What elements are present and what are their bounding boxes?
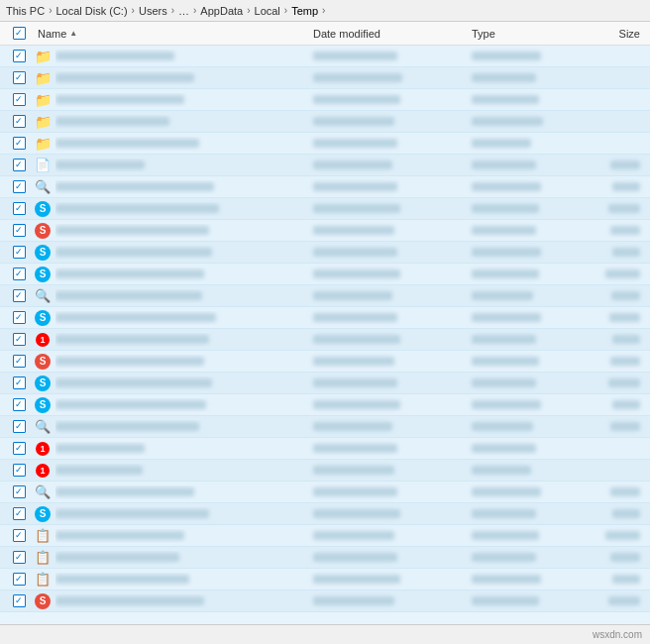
table-row[interactable]: 📁 xyxy=(0,89,650,111)
header-size[interactable]: Size xyxy=(577,28,646,40)
breadcrumb-sep-5: › xyxy=(247,5,250,16)
row-type xyxy=(468,247,577,259)
row-size xyxy=(577,552,646,564)
table-row[interactable]: 🔍 xyxy=(0,416,650,438)
row-checkbox[interactable] xyxy=(4,507,34,520)
table-row[interactable]: 🔍 xyxy=(0,176,650,198)
row-type xyxy=(468,116,577,128)
table-row[interactable]: 📋 xyxy=(0,547,650,569)
row-size xyxy=(577,356,646,368)
row-name xyxy=(55,289,309,303)
row-type xyxy=(468,595,577,607)
row-size xyxy=(577,508,646,520)
header-type[interactable]: Type xyxy=(468,28,577,40)
document-icon: 📋 xyxy=(34,549,52,567)
table-row[interactable]: S xyxy=(0,373,650,394)
row-checkbox[interactable] xyxy=(4,398,34,411)
row-type xyxy=(468,486,577,498)
table-row[interactable]: 🔍 xyxy=(0,285,650,307)
row-checkbox[interactable] xyxy=(4,464,34,477)
red-circle-icon: 1 xyxy=(34,462,52,480)
skype-red-icon: S xyxy=(34,353,52,371)
red-circle-icon: 1 xyxy=(34,440,52,458)
table-row[interactable]: S xyxy=(0,264,650,285)
header-date[interactable]: Date modified xyxy=(309,28,468,40)
row-checkbox[interactable] xyxy=(4,442,34,455)
row-checkbox[interactable] xyxy=(4,180,34,193)
header-checkbox[interactable] xyxy=(4,27,34,40)
table-row[interactable]: 📋 xyxy=(0,525,650,547)
row-checkbox[interactable] xyxy=(4,355,34,368)
table-row[interactable]: S xyxy=(0,351,650,373)
table-row[interactable]: 📁 xyxy=(0,67,650,89)
table-row[interactable]: 🔍 xyxy=(0,482,650,503)
document-icon: 📋 xyxy=(34,527,52,545)
row-name xyxy=(55,115,309,129)
header-name[interactable]: Name ▲ xyxy=(34,28,309,40)
file-list-header: Name ▲ Date modified Type Size xyxy=(0,22,650,46)
row-checkbox[interactable] xyxy=(4,333,34,346)
table-row[interactable]: 📋 xyxy=(0,569,650,590)
breadcrumb-sep-2: › xyxy=(132,5,135,16)
breadcrumb[interactable]: This PC › Local Disk (C:) › Users › … › … xyxy=(0,0,650,22)
row-type xyxy=(468,94,577,106)
row-checkbox[interactable] xyxy=(4,246,34,259)
row-checkbox[interactable] xyxy=(4,71,34,84)
search-file-icon: 🔍 xyxy=(34,483,52,501)
row-date xyxy=(309,247,468,259)
row-checkbox[interactable] xyxy=(4,485,34,498)
table-row[interactable]: S xyxy=(0,242,650,264)
table-row[interactable]: 📁 xyxy=(0,111,650,133)
row-checkbox[interactable] xyxy=(4,420,34,433)
row-size xyxy=(577,268,646,280)
row-checkbox[interactable] xyxy=(4,50,34,62)
breadcrumb-sep-7: › xyxy=(322,5,325,16)
table-row[interactable]: S xyxy=(0,590,650,612)
row-checkbox[interactable] xyxy=(4,289,34,302)
breadcrumb-appdata[interactable]: AppData xyxy=(200,5,243,17)
row-checkbox[interactable] xyxy=(4,311,34,324)
row-checkbox[interactable] xyxy=(4,376,34,389)
row-checkbox[interactable] xyxy=(4,137,34,150)
row-checkbox[interactable] xyxy=(4,224,34,237)
row-date xyxy=(309,160,468,171)
row-checkbox[interactable] xyxy=(4,115,34,128)
table-row[interactable]: 1 xyxy=(0,460,650,482)
row-checkbox[interactable] xyxy=(4,529,34,542)
breadcrumb-localdisk[interactable]: Local Disk (C:) xyxy=(55,5,127,17)
breadcrumb-thispc[interactable]: This PC xyxy=(6,5,45,17)
table-row[interactable]: S xyxy=(0,198,650,220)
row-name xyxy=(55,442,309,456)
watermark-text: wsxdn.com xyxy=(593,629,642,640)
row-checkbox[interactable] xyxy=(4,93,34,106)
breadcrumb-user[interactable]: … xyxy=(178,5,189,17)
table-row[interactable]: 📁 xyxy=(0,133,650,155)
table-row[interactable]: S xyxy=(0,220,650,242)
row-checkbox[interactable] xyxy=(4,268,34,280)
row-type xyxy=(468,138,577,150)
row-checkbox[interactable] xyxy=(4,551,34,564)
row-type xyxy=(468,399,577,411)
row-type xyxy=(468,443,577,455)
table-row[interactable]: S xyxy=(0,503,650,525)
row-checkbox[interactable] xyxy=(4,159,34,171)
row-size xyxy=(577,247,646,259)
table-row[interactable]: 1 xyxy=(0,438,650,460)
row-name xyxy=(55,551,309,565)
row-size xyxy=(577,421,646,433)
row-type xyxy=(468,160,577,171)
breadcrumb-temp[interactable]: Temp xyxy=(291,5,318,17)
row-checkbox[interactable] xyxy=(4,573,34,586)
row-checkbox[interactable] xyxy=(4,202,34,215)
select-all-checkbox[interactable] xyxy=(13,27,26,40)
row-checkbox[interactable] xyxy=(4,594,34,607)
table-row[interactable]: S xyxy=(0,394,650,416)
table-row[interactable]: 📁 xyxy=(0,46,650,67)
table-row[interactable]: 1 xyxy=(0,329,650,351)
breadcrumb-local[interactable]: Local xyxy=(255,5,280,17)
row-size xyxy=(577,203,646,215)
table-row[interactable]: 📄 xyxy=(0,155,650,176)
row-date xyxy=(309,377,468,389)
table-row[interactable]: S xyxy=(0,307,650,329)
breadcrumb-users[interactable]: Users xyxy=(139,5,167,17)
